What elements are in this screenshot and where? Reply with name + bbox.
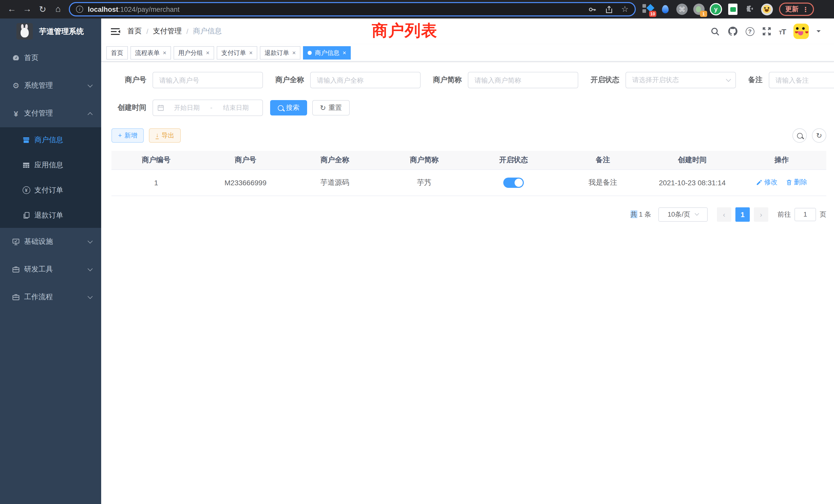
tab-merchant-info[interactable]: 商户信息× xyxy=(303,46,351,60)
status-toggle[interactable] xyxy=(503,177,524,188)
table-row: 1 M233666999 芋道源码 芋艿 我是备注 2021-10-23 08:… xyxy=(111,169,826,196)
fullscreen-icon[interactable] xyxy=(762,27,771,36)
profile-avatar-icon[interactable] xyxy=(761,3,773,16)
sidebar-item-dev-tools[interactable]: 研发工具 xyxy=(0,256,101,283)
avatar-caret-icon[interactable] xyxy=(816,30,821,35)
top-navbar: 首页 / 支付管理 / 商户信息 商户列表 ? TT xyxy=(101,19,834,44)
recorder-extension-icon[interactable]: 1 xyxy=(693,3,705,16)
add-button[interactable]: + 新增 xyxy=(111,128,144,143)
prev-page-button[interactable]: ‹ xyxy=(717,207,731,222)
status-select[interactable]: 请选择开启状态 xyxy=(626,72,736,88)
date-range-picker[interactable]: 开始日期 - 结束日期 xyxy=(153,99,263,116)
merchant-no-input[interactable] xyxy=(153,72,263,88)
pagination: 共 1 条 10条/页 ‹ 1 › 前往 页 xyxy=(111,207,826,222)
reload-icon[interactable]: ↻ xyxy=(35,2,50,17)
short-name-input[interactable] xyxy=(468,72,578,88)
refresh-table-button[interactable]: ↻ xyxy=(812,128,826,143)
next-page-button[interactable]: › xyxy=(754,207,768,222)
tab-user-group[interactable]: 用户分组× xyxy=(174,46,214,60)
password-key-icon[interactable] xyxy=(588,5,596,14)
col-create-time: 创建时间 xyxy=(648,151,737,169)
sidebar-item-refund-order[interactable]: 退款订单 xyxy=(0,203,101,228)
dashboard-icon xyxy=(12,54,20,62)
document-icon xyxy=(22,211,30,220)
goto-label: 前往 xyxy=(777,210,791,219)
url-text: localhost:1024/pay/merchant xyxy=(88,5,179,13)
close-icon[interactable]: × xyxy=(163,49,167,56)
sidebar-item-pay-order[interactable]: ¥ 支付订单 xyxy=(0,178,101,203)
field-label: 商户全称 xyxy=(275,75,304,85)
tag-view-bar: 首页 流程表单× 用户分组× 支付订单× 退款订单× 商户信息× xyxy=(101,44,834,62)
download-icon: ↓ xyxy=(156,132,159,139)
breadcrumb: 首页 / 支付管理 / 商户信息 xyxy=(127,27,222,36)
breadcrumb-home[interactable]: 首页 xyxy=(127,27,142,36)
page-1-button[interactable]: 1 xyxy=(736,207,750,222)
search-icon[interactable] xyxy=(710,26,720,36)
font-size-icon[interactable]: TT xyxy=(779,27,786,36)
sidebar-item-merchant-info[interactable]: 商户信息 xyxy=(0,127,101,153)
col-status: 开启状态 xyxy=(469,151,558,169)
sidebar-item-infrastructure[interactable]: 基础设施 xyxy=(0,228,101,256)
share-icon[interactable] xyxy=(605,5,613,14)
app-title: 芋道管理系统 xyxy=(39,26,84,36)
sidebar-item-home[interactable]: 首页 xyxy=(0,44,101,72)
user-avatar[interactable] xyxy=(793,24,809,39)
y-extension-icon[interactable]: y xyxy=(710,3,722,16)
app-shell: 芋道管理系统 首页 ⚙ 系统管理 ¥ 支付管理 xyxy=(0,19,834,504)
sidebar-item-workflow[interactable]: 工作流程 xyxy=(0,283,101,311)
tab-pay-order[interactable]: 支付订单× xyxy=(217,46,257,60)
reset-button[interactable]: ↻ 重置 xyxy=(312,100,349,115)
chrome-menu-icon[interactable]: ⋮ xyxy=(802,5,809,13)
yen-icon: ¥ xyxy=(12,109,20,117)
cell-actions: 修改 删除 xyxy=(737,169,826,196)
home-icon[interactable]: ⌂ xyxy=(50,2,66,17)
extensions-puzzle-icon[interactable] xyxy=(744,3,756,16)
balloon-extension-icon[interactable] xyxy=(659,3,671,16)
close-icon[interactable]: × xyxy=(343,49,346,56)
breadcrumb-payment[interactable]: 支付管理 xyxy=(153,27,182,36)
sidebar-item-system[interactable]: ⚙ 系统管理 xyxy=(0,72,101,99)
close-icon[interactable]: × xyxy=(292,49,296,56)
bookmark-star-icon[interactable]: ☆ xyxy=(621,5,629,13)
chat-extension-icon[interactable] xyxy=(727,3,739,16)
delete-link[interactable]: 删除 xyxy=(786,178,807,187)
edit-link[interactable]: 修改 xyxy=(756,178,777,187)
col-full-name: 商户全称 xyxy=(290,151,379,169)
update-label: 更新 xyxy=(785,5,798,14)
filter-remark: 备注 xyxy=(748,72,834,88)
github-icon[interactable] xyxy=(727,26,738,37)
app-logo[interactable]: 芋道管理系统 xyxy=(0,19,101,44)
remark-input[interactable] xyxy=(769,72,834,88)
active-dot xyxy=(308,51,312,55)
tab-home[interactable]: 首页 xyxy=(106,46,128,60)
breadcrumb-current: 商户信息 xyxy=(193,27,222,36)
forward-icon[interactable]: → xyxy=(20,2,35,17)
close-icon[interactable]: × xyxy=(206,49,210,56)
toggle-search-button[interactable] xyxy=(792,128,807,143)
sidebar-item-app-info[interactable]: 应用信息 xyxy=(0,153,101,178)
col-actions: 操作 xyxy=(737,151,826,169)
url-bar[interactable]: i localhost:1024/pay/merchant ☆ xyxy=(69,2,636,17)
collapse-sidebar-icon[interactable] xyxy=(106,22,125,41)
site-info-icon[interactable]: i xyxy=(76,6,83,13)
command-extension-icon[interactable]: ⌘ xyxy=(676,3,688,16)
cell-merchant-no: M233666999 xyxy=(201,169,290,196)
export-button[interactable]: ↓ 导出 xyxy=(149,128,181,143)
table-toolbar: + 新增 ↓ 导出 ↻ xyxy=(111,128,826,143)
col-merchant-no: 商户号 xyxy=(201,151,290,169)
colorpicker-extension-icon[interactable]: 10 xyxy=(642,3,654,16)
back-icon[interactable]: ← xyxy=(4,2,20,17)
chrome-update-button[interactable]: 更新 ⋮ xyxy=(779,3,814,16)
search-icon xyxy=(797,133,803,138)
full-name-input[interactable] xyxy=(310,72,421,88)
tab-refund-order[interactable]: 退款订单× xyxy=(260,46,301,60)
search-button[interactable]: 搜索 xyxy=(270,100,307,115)
close-icon[interactable]: × xyxy=(249,49,253,56)
screen: ← → ↻ ⌂ i localhost:1024/pay/merchant ☆ … xyxy=(0,0,834,504)
goto-page-input[interactable] xyxy=(794,208,816,221)
sidebar-item-payment[interactable]: ¥ 支付管理 xyxy=(0,99,101,127)
help-icon[interactable]: ? xyxy=(745,27,754,36)
store-icon xyxy=(22,136,30,144)
tab-process-form[interactable]: 流程表单× xyxy=(130,46,171,60)
page-size-select[interactable]: 10条/页 xyxy=(658,207,708,222)
